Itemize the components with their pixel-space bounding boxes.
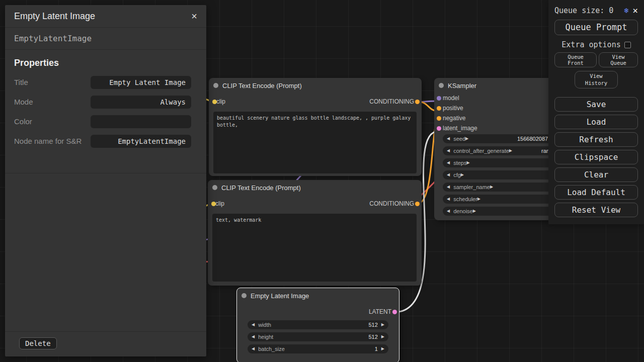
- scheduler-widget[interactable]: ◀ scheduler ▶: [443, 195, 548, 204]
- node-header[interactable]: CLIP Text Encode (Prompt): [208, 180, 422, 195]
- decrement-icon[interactable]: ◀: [252, 347, 255, 351]
- widget-label: control_after_generate: [453, 148, 509, 154]
- widget-list: ◀ width 512 ▶ ◀ height 512 ▶ ◀ batch_siz…: [237, 320, 399, 353]
- close-icon[interactable]: ×: [189, 11, 199, 22]
- node-empty-latent-image[interactable]: Empty Latent Image LATENT ◀ width 512 ▶ …: [236, 288, 399, 362]
- view-queue-button[interactable]: View Queue: [599, 52, 638, 67]
- node-name-field-input[interactable]: EmptyLatentImage: [91, 135, 191, 148]
- decrement-icon[interactable]: ◀: [252, 335, 255, 339]
- dialog-subtitle: EmptyLatentImage: [5, 28, 206, 50]
- widget-label: scheduler: [453, 196, 477, 202]
- negative-input-slot[interactable]: [437, 116, 441, 121]
- conditioning-output-label: CONDITIONING: [369, 98, 414, 105]
- increment-icon[interactable]: ▶: [466, 161, 469, 165]
- decrement-icon[interactable]: ◀: [447, 161, 450, 165]
- increment-icon[interactable]: ▶: [381, 347, 384, 351]
- collapse-dot-icon[interactable]: [213, 83, 218, 88]
- decrement-icon[interactable]: ◀: [447, 137, 450, 141]
- mode-field-label: Mode: [14, 97, 90, 107]
- widget-list: ◀ seed 1566802087 ▶ ◀ control_after_gene…: [434, 134, 548, 216]
- decrement-icon[interactable]: ◀: [447, 173, 450, 177]
- increment-icon[interactable]: ▶: [381, 323, 384, 327]
- increment-icon[interactable]: ▶: [473, 209, 476, 213]
- refresh-button[interactable]: Refresh: [554, 132, 638, 147]
- widget-value: 512: [368, 334, 377, 340]
- seed-widget[interactable]: ◀ seed 1566802087 ▶: [443, 134, 548, 143]
- denoise-widget[interactable]: ◀ denoise ▶: [443, 207, 548, 216]
- decrement-icon[interactable]: ◀: [447, 209, 450, 213]
- clip-input-slot[interactable]: [212, 100, 217, 104]
- increment-icon[interactable]: ▶: [477, 197, 480, 201]
- field-row-node-name: Node name for S&R EmptyLatentImage: [14, 135, 197, 148]
- cfg-widget[interactable]: ◀ cfg ▶: [443, 170, 548, 179]
- node-properties-dialog: Empty Latent Image × EmptyLatentImage Pr…: [5, 5, 206, 356]
- latent-image-input-slot[interactable]: [437, 126, 441, 131]
- clipspace-button[interactable]: Clipspace: [554, 150, 638, 164]
- queue-front-button[interactable]: Queue Front: [554, 52, 597, 67]
- node-header[interactable]: KSampler: [434, 78, 548, 93]
- conditioning-output-label: CONDITIONING: [369, 200, 414, 207]
- widget-label: denoise: [453, 208, 473, 214]
- positive-input-label: positive: [443, 105, 463, 112]
- slot-row: clip CONDITIONING: [209, 95, 422, 108]
- node-clip-text-encode-positive[interactable]: CLIP Text Encode (Prompt) clip CONDITION…: [209, 78, 422, 176]
- decrement-icon[interactable]: ◀: [447, 149, 450, 153]
- batch-size-widget[interactable]: ◀ batch_size 1 ▶: [248, 344, 388, 353]
- menu-button-stack: Save Load Refresh Clipspace Clear Load D…: [554, 97, 638, 217]
- collapse-dot-icon[interactable]: [439, 83, 444, 88]
- slot-row: model: [434, 93, 548, 103]
- decrement-icon[interactable]: ◀: [252, 323, 255, 327]
- increment-icon[interactable]: ▶: [465, 137, 468, 141]
- latent-output-label: LATENT: [369, 308, 391, 315]
- node-title: CLIP Text Encode (Prompt): [222, 82, 302, 89]
- decrement-icon[interactable]: ◀: [447, 197, 450, 201]
- delete-button[interactable]: Delete: [19, 337, 57, 349]
- settings-icon[interactable]: ❄: [624, 6, 628, 15]
- collapse-dot-icon[interactable]: [212, 185, 217, 190]
- dialog-titlebar: Empty Latent Image ×: [5, 5, 206, 28]
- model-input-slot[interactable]: [437, 96, 441, 101]
- control-after-generate-widget[interactable]: ◀ control_after_generate ran ▶: [443, 146, 548, 155]
- width-widget[interactable]: ◀ width 512 ▶: [248, 320, 388, 329]
- sampler-name-widget[interactable]: ◀ sampler_name ▶: [443, 183, 548, 192]
- increment-icon[interactable]: ▶: [509, 149, 512, 153]
- close-icon[interactable]: ×: [632, 5, 638, 16]
- title-field-input[interactable]: Empty Latent Image: [91, 76, 191, 89]
- model-input-label: model: [443, 95, 459, 102]
- conditioning-output-slot[interactable]: [415, 202, 420, 206]
- widget-label: steps: [453, 160, 466, 166]
- increment-icon[interactable]: ▶: [381, 335, 384, 339]
- view-history-button[interactable]: View History: [575, 71, 618, 88]
- widget-value: ran: [541, 148, 548, 154]
- decrement-icon[interactable]: ◀: [447, 185, 450, 189]
- conditioning-output-slot[interactable]: [415, 100, 420, 104]
- dialog-footer: Delete: [5, 331, 206, 356]
- load-button[interactable]: Load: [554, 115, 638, 129]
- node-ksampler[interactable]: KSampler model positive negative latent_…: [434, 78, 548, 220]
- height-widget[interactable]: ◀ height 512 ▶: [248, 332, 388, 341]
- collapse-dot-icon[interactable]: [242, 293, 247, 298]
- increment-icon[interactable]: ▶: [490, 185, 493, 189]
- node-header[interactable]: CLIP Text Encode (Prompt): [209, 78, 422, 93]
- color-field-input[interactable]: [91, 115, 191, 128]
- latent-output-slot[interactable]: [392, 310, 397, 314]
- node-clip-text-encode-negative[interactable]: CLIP Text Encode (Prompt) clip CONDITION…: [208, 180, 422, 286]
- clip-input-slot[interactable]: [211, 202, 216, 206]
- field-row-mode: Mode Always: [14, 96, 197, 109]
- steps-widget[interactable]: ◀ steps ▶: [443, 158, 548, 167]
- load-default-button[interactable]: Load Default: [554, 185, 638, 200]
- queue-prompt-button[interactable]: Queue Prompt: [554, 20, 638, 35]
- extra-options-checkbox[interactable]: [624, 42, 631, 48]
- increment-icon[interactable]: ▶: [461, 173, 464, 177]
- mode-field-input[interactable]: Always: [91, 96, 191, 109]
- positive-input-slot[interactable]: [437, 106, 441, 111]
- clear-button[interactable]: Clear: [554, 167, 638, 182]
- node-header[interactable]: Empty Latent Image: [237, 288, 399, 303]
- save-button[interactable]: Save: [554, 97, 638, 112]
- slot-row: positive: [434, 103, 548, 113]
- slot-row: clip CONDITIONING: [208, 197, 422, 210]
- reset-view-button[interactable]: Reset View: [554, 203, 638, 217]
- widget-label: batch_size: [258, 346, 285, 352]
- prompt-textarea[interactable]: beautiful scenery nature glass bottle la…: [213, 112, 417, 173]
- prompt-textarea[interactable]: text, watermark: [212, 214, 417, 282]
